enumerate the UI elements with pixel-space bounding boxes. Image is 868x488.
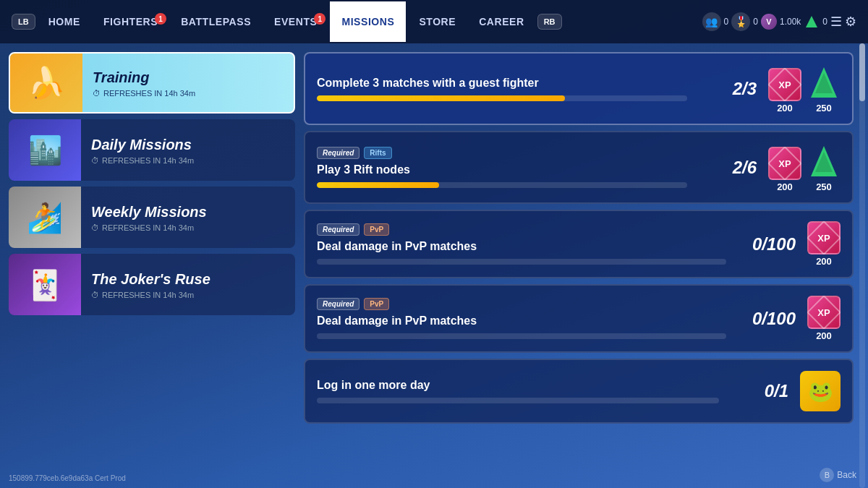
- nav-item-missions[interactable]: MISSIONS: [330, 1, 406, 42]
- category-training[interactable]: 🍌 Training ⏱ REFRESHES IN 14h 34m: [9, 52, 295, 114]
- mission-1-xp-reward: XP 200: [768, 68, 801, 114]
- mission-5-title: Log in one more day: [317, 379, 719, 392]
- nav-item-career[interactable]: CAREER: [469, 12, 534, 32]
- mission-1-body: Complete 3 matches with a guest fighter: [317, 77, 687, 101]
- mission-4-body: Required PvP Deal damage in PvP matches: [317, 298, 726, 339]
- tag-mode-2: Rifts: [364, 147, 391, 159]
- tag-required-2: Required: [317, 147, 359, 159]
- clock-icon-3: ⏱: [91, 223, 99, 232]
- categories-panel: 🍌 Training ⏱ REFRESHES IN 14h 34m 🏙️ Dai…: [0, 43, 304, 488]
- token-value-2: 250: [816, 181, 832, 192]
- weekly-title: Weekly Missions: [91, 203, 285, 221]
- fighters-badge: 1: [155, 13, 166, 25]
- missions-panel: Complete 3 matches with a guest fighter …: [304, 43, 868, 488]
- mission-5-counter: 0/1: [731, 381, 788, 401]
- mission-2-xp-reward: XP 200: [768, 147, 801, 192]
- mission-3-xp-reward: XP 200: [807, 221, 841, 267]
- mission-1-progress-bg: [317, 95, 687, 101]
- daily-thumbnail: 🏙️: [9, 119, 81, 181]
- nav-item-store[interactable]: STORE: [409, 12, 466, 32]
- back-button[interactable]: B Back: [820, 468, 856, 482]
- token-value-1: 250: [816, 103, 832, 114]
- building-icon: 🏙️: [28, 137, 62, 164]
- scrollbar-thumb[interactable]: [859, 43, 865, 101]
- skater-icon: 🏄: [27, 203, 63, 232]
- mission-card-2[interactable]: Required Rifts Play 3 Rift nodes 2/6 XP …: [304, 131, 854, 204]
- joker-icon: 🃏: [27, 270, 63, 299]
- mission-4-rewards-row: XP 200: [807, 296, 841, 341]
- mission-2-token-reward: 250: [807, 142, 841, 192]
- coin-icon: 🎖️: [731, 12, 750, 31]
- xp-value-1: 200: [777, 103, 793, 114]
- svg-marker-0: [806, 16, 817, 27]
- top-nav: LB HOME FIGHTERS 1 BATTLEPASS EVENTS 1 M…: [0, 0, 868, 43]
- party-icon-area[interactable]: 👥 0: [702, 12, 729, 31]
- category-daily[interactable]: 🏙️ Daily Missions ⏱ REFRESHES IN 14h 34m: [9, 119, 295, 181]
- daily-refresh: ⏱ REFRESHES IN 14h 34m: [91, 156, 285, 165]
- back-label: Back: [837, 470, 856, 480]
- training-info: Training ⏱ REFRESHES IN 14h 34m: [82, 61, 294, 105]
- mission-1-rewards-row: XP 200 250: [768, 64, 841, 114]
- vbucks-icon: V: [761, 14, 777, 30]
- currency-1-count: 0: [753, 17, 758, 27]
- xp-badge-2: XP: [768, 147, 801, 180]
- mission-3-counter: 0/100: [738, 234, 796, 254]
- mission-2-body: Required Rifts Play 3 Rift nodes: [317, 147, 687, 188]
- xp-value-2: 200: [777, 181, 793, 192]
- mission-5-body: Log in one more day: [317, 379, 719, 403]
- lb-button[interactable]: LB: [12, 14, 35, 30]
- weekly-thumbnail: 🏄: [9, 187, 81, 248]
- mission-card-5[interactable]: Log in one more day 0/1 🐸: [304, 359, 854, 424]
- clock-icon-2: ⏱: [91, 156, 99, 165]
- tag-required-4: Required: [317, 298, 359, 310]
- players-count: 0: [724, 17, 729, 27]
- mission-4-xp-reward: XP 200: [807, 296, 841, 341]
- mission-3-title: Deal damage in PvP matches: [317, 240, 726, 253]
- joker-thumbnail: 🃏: [9, 254, 81, 315]
- character-emoji: 🐸: [808, 380, 833, 403]
- nav-item-fighters[interactable]: FIGHTERS 1: [93, 12, 168, 32]
- xp-badge-3: XP: [807, 221, 841, 254]
- training-thumbnail: 🍌: [10, 52, 82, 114]
- nav-item-battlepass[interactable]: BATTLEPASS: [171, 12, 261, 32]
- tag-required-3: Required: [317, 223, 359, 236]
- mission-card-3[interactable]: Required PvP Deal damage in PvP matches …: [304, 210, 854, 278]
- mission-2-tags: Required Rifts: [317, 147, 687, 159]
- joker-info: The Joker's Ruse ⏱ REFRESHES IN 14h 34m: [81, 263, 295, 307]
- mission-4-tags: Required PvP: [317, 298, 726, 310]
- category-joker[interactable]: 🃏 The Joker's Ruse ⏱ REFRESHES IN 14h 34…: [9, 254, 295, 315]
- rb-button[interactable]: RB: [537, 14, 562, 30]
- category-weekly[interactable]: 🏄 Weekly Missions ⏱ REFRESHES IN 14h 34m: [9, 187, 295, 248]
- xp-badge-4: XP: [807, 296, 841, 329]
- joker-title: The Joker's Ruse: [91, 270, 285, 288]
- mission-1-progress-fill: [317, 95, 565, 101]
- currency-2-area[interactable]: V 1.00k: [761, 14, 801, 30]
- mission-1-title: Complete 3 matches with a guest fighter: [317, 77, 687, 90]
- scrollbar-track[interactable]: [859, 43, 865, 488]
- triangle-count: 0: [822, 17, 827, 27]
- joker-refresh: ⏱ REFRESHES IN 14h 34m: [91, 291, 285, 299]
- weekly-refresh: ⏱ REFRESHES IN 14h 34m: [91, 223, 285, 232]
- party-icon: 👥: [702, 12, 721, 31]
- events-badge: 1: [314, 13, 326, 25]
- currency-1-area[interactable]: 🎖️ 0: [731, 12, 758, 31]
- character-reward-icon: 🐸: [800, 371, 841, 411]
- mission-2-counter: 2/6: [699, 158, 757, 178]
- mission-3-tags: Required PvP: [317, 223, 726, 236]
- training-refresh: ⏱ REFRESHES IN 14h 34m: [93, 89, 284, 98]
- mission-2-progress-bg: [317, 182, 687, 188]
- nav-item-events[interactable]: EVENTS 1: [264, 12, 327, 32]
- token-badge-1: [807, 64, 841, 101]
- settings-icon[interactable]: ⚙: [845, 14, 856, 30]
- mission-card-4[interactable]: Required PvP Deal damage in PvP matches …: [304, 284, 854, 353]
- mission-4-progress-bg: [317, 333, 726, 339]
- clock-icon: ⏱: [93, 89, 101, 98]
- weekly-info: Weekly Missions ⏱ REFRESHES IN 14h 34m: [81, 196, 295, 239]
- nav-item-home[interactable]: HOME: [38, 12, 90, 32]
- tag-pvp-4: PvP: [364, 298, 389, 310]
- mission-4-title: Deal damage in PvP matches: [317, 314, 726, 328]
- mission-card-1[interactable]: Complete 3 matches with a guest fighter …: [304, 52, 854, 125]
- triangle-currency-area[interactable]: 0: [804, 14, 827, 30]
- clock-icon-4: ⏱: [91, 291, 99, 299]
- menu-icon[interactable]: ☰: [830, 14, 842, 30]
